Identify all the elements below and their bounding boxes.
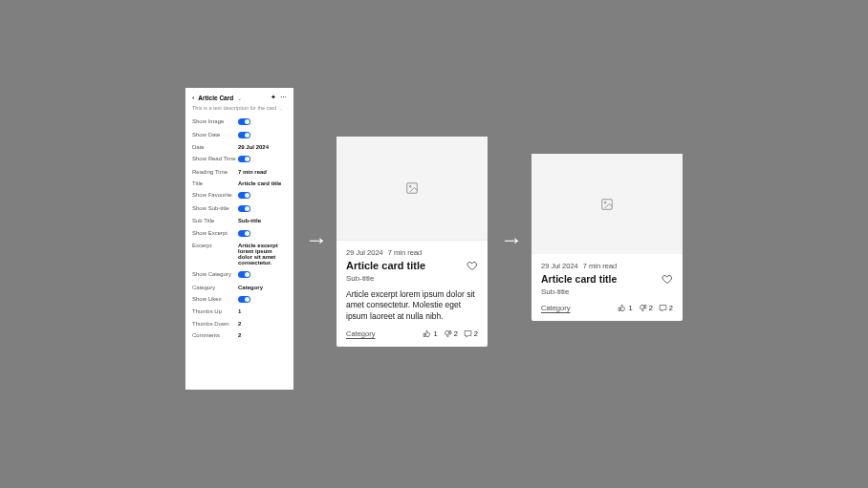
article-card-large: 29 Jul 20247 min read Article card title…: [336, 137, 488, 347]
stat-value: 1: [628, 304, 632, 312]
card-date: 29 Jul 2024: [346, 248, 383, 257]
stat-value: 2: [669, 304, 673, 312]
toggle-show-image[interactable]: [238, 118, 250, 125]
prop-value[interactable]: 1: [238, 308, 287, 314]
panel-title[interactable]: Article Card: [198, 95, 233, 101]
prop-show-likes: Show Likes: [192, 293, 287, 306]
comments-stat[interactable]: 2: [659, 304, 673, 312]
more-icon[interactable]: ⋯: [280, 94, 287, 101]
prop-key: Show Favourite: [192, 192, 238, 198]
image-icon: [405, 181, 419, 195]
panel-header: ‹ Article Card ⌄ ✦ ⋯: [192, 94, 287, 101]
thumbs-up-stat[interactable]: 1: [618, 304, 632, 312]
card-subtitle: Sub-title: [346, 274, 478, 283]
prop-key: Show Read Time: [192, 156, 238, 161]
toggle-show-likes[interactable]: [238, 296, 250, 303]
prop-thumbs-up: Thumbs Up 1: [192, 306, 287, 317]
prop-value[interactable]: Article card title: [238, 180, 287, 186]
prop-value[interactable]: 2: [238, 321, 287, 327]
sparkle-icon[interactable]: ✦: [271, 94, 276, 101]
card-image-placeholder: [336, 137, 488, 241]
prop-subtitle: Sub Title Sub-title: [192, 215, 287, 226]
article-card-small: 29 Jul 20247 min read Article card title…: [532, 154, 683, 321]
panel-description: This is a test description for the card …: [192, 105, 287, 111]
arrow-right-icon: →: [305, 226, 328, 253]
toggle-show-excerpt[interactable]: [238, 230, 250, 237]
stat-value: 2: [454, 329, 458, 338]
card-date: 29 Jul 2024: [541, 262, 578, 270]
prop-key: Show Date: [192, 132, 238, 138]
prop-show-date: Show Date: [192, 128, 287, 140]
thumbs-down-icon: [639, 304, 647, 312]
prop-category: Category Category: [192, 282, 287, 293]
prop-key: Thumbs Up: [192, 308, 238, 314]
heart-icon[interactable]: [467, 260, 478, 271]
card-category[interactable]: Category: [346, 329, 375, 338]
prop-key: Category: [192, 285, 238, 290]
card-meta: 29 Jul 20247 min read: [346, 248, 478, 257]
prop-reading-time: Reading Time 7 min read: [192, 166, 287, 178]
toggle-show-favourite[interactable]: [238, 192, 250, 199]
prop-key: Show Image: [192, 118, 238, 124]
comment-icon: [464, 329, 472, 338]
card-stats: 1 2 2: [423, 329, 478, 338]
prop-key: Sub Title: [192, 218, 238, 223]
card-read-time: 7 min read: [583, 262, 617, 270]
card-meta: 29 Jul 20247 min read: [541, 262, 673, 270]
prop-value[interactable]: Sub-title: [238, 218, 287, 223]
card-category[interactable]: Category: [541, 304, 570, 312]
prop-comments: Comments 2: [192, 329, 287, 341]
prop-key: Reading Time: [192, 169, 238, 175]
prop-value[interactable]: Category: [238, 285, 287, 290]
chevron-left-icon[interactable]: ‹: [192, 95, 194, 101]
stat-value: 2: [649, 304, 653, 312]
toggle-show-subtitle[interactable]: [238, 205, 250, 212]
prop-key: Show Likes: [192, 296, 238, 302]
stat-value: 1: [433, 329, 437, 338]
svg-point-3: [604, 202, 606, 203]
prop-value[interactable]: Article excerpt lorem ipsum dolor sit am…: [238, 243, 287, 265]
thumbs-up-icon: [423, 329, 431, 338]
prop-key: Excerpt: [192, 243, 238, 248]
prop-excerpt: Excerpt Article excerpt lorem ipsum dolo…: [192, 240, 287, 268]
prop-key: Thumbs Down: [192, 321, 238, 327]
prop-key: Show Excerpt: [192, 230, 238, 236]
thumbs-down-stat[interactable]: 2: [444, 329, 458, 338]
arrow-right-icon: →: [500, 226, 523, 253]
chevron-down-icon[interactable]: ⌄: [237, 95, 242, 101]
svg-point-1: [409, 185, 411, 187]
prop-show-favourite: Show Favourite: [192, 189, 287, 202]
prop-key: Show Category: [192, 271, 238, 277]
prop-value[interactable]: 2: [238, 332, 287, 338]
card-image-placeholder: [532, 154, 683, 254]
card-read-time: 7 min read: [388, 248, 422, 257]
comment-icon: [659, 304, 667, 312]
prop-show-excerpt: Show Excerpt: [192, 226, 287, 239]
prop-value[interactable]: 7 min read: [238, 169, 287, 175]
card-excerpt: Article excerpt lorem ipsum dolor sit am…: [346, 289, 478, 322]
svg-rect-0: [407, 183, 418, 194]
prop-show-category: Show Category: [192, 268, 287, 281]
prop-show-subtitle: Show Sub-title: [192, 202, 287, 215]
prop-title: Title Article card title: [192, 178, 287, 189]
toggle-show-date[interactable]: [238, 132, 250, 138]
thumbs-up-stat[interactable]: 1: [423, 329, 437, 338]
thumbs-down-stat[interactable]: 2: [639, 304, 653, 312]
thumbs-down-icon: [444, 329, 452, 338]
prop-key: Title: [192, 180, 238, 186]
comments-stat[interactable]: 2: [464, 329, 478, 338]
prop-value[interactable]: 29 Jul 2024: [238, 144, 287, 150]
prop-key: Show Sub-title: [192, 205, 238, 211]
prop-show-image: Show Image: [192, 116, 287, 128]
toggle-show-category[interactable]: [238, 271, 250, 278]
prop-show-read-time: Show Read Time: [192, 153, 287, 165]
prop-date: Date 29 Jul 2024: [192, 141, 287, 153]
card-title: Article card title: [541, 273, 617, 285]
thumbs-up-icon: [618, 304, 626, 312]
prop-key: Comments: [192, 332, 238, 338]
svg-rect-2: [602, 199, 613, 209]
image-icon: [600, 198, 614, 211]
card-subtitle: Sub-title: [541, 287, 673, 296]
heart-icon[interactable]: [662, 273, 673, 285]
toggle-show-read-time[interactable]: [238, 156, 250, 162]
